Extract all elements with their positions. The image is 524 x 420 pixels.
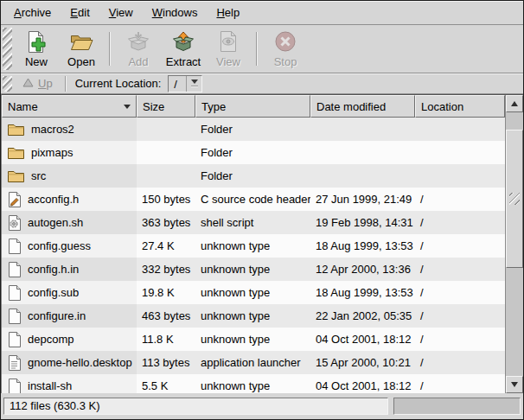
file-location: / [415,216,505,229]
file-count-text: 112 files (630.3 K) [10,399,100,412]
table-row[interactable]: config.h.in 332 bytes unknown type 12 Ap… [2,258,505,281]
table-row[interactable]: gnome-hello.desktop 113 bytes applicatio… [2,351,505,374]
file-type: Folder [195,169,310,182]
column-header-location[interactable]: Location [415,95,505,118]
script-icon [7,214,22,232]
file-date-modified: 15 Apr 2000, 10:21 [310,356,415,369]
file-type: unknown type [195,379,310,392]
new-button[interactable]: New [14,25,59,73]
open-archive-icon [69,29,93,54]
arrow-down-icon [511,382,518,387]
file-type: Folder [195,123,310,136]
file-name: gnome-hello.desktop [28,356,132,369]
folder-icon [7,169,25,183]
status-bar: 112 files (630.3 K) [1,393,523,419]
scroll-up-button[interactable] [506,95,523,112]
file-location: / [415,193,505,206]
menubar: Archive Edit View Windows Help [1,1,523,25]
header-icon [7,191,22,208]
file-table: Name Size Type Date modified Location ma… [1,94,523,393]
file-icon [7,261,22,278]
table-row[interactable]: autogen.sh 363 bytes shell script 19 Feb… [2,211,505,234]
file-icon [7,284,22,302]
view-button-label: View [216,55,240,68]
file-icon [7,308,22,325]
scroll-down-button[interactable] [506,376,523,393]
file-name: src [31,169,46,182]
open-button-label: Open [67,55,95,68]
file-date-modified: 27 Jun 1999, 21:49 [310,193,415,206]
column-header-date-modified[interactable]: Date modified [310,95,415,118]
extract-button-label: Extract [166,55,201,68]
status-message: 112 files (630.3 K) [3,398,388,415]
vertical-scrollbar[interactable] [505,95,523,393]
file-name: install-sh [28,379,72,392]
stop-button-label: Stop [274,55,297,68]
new-button-label: New [25,55,48,68]
table-row[interactable]: acconfig.h 150 bytes C source code heade… [2,188,505,211]
menu-help[interactable]: Help [207,3,249,22]
file-size: 11.8 K [137,333,195,346]
add-button: Add [116,25,161,73]
file-name: config.guess [28,239,91,252]
menu-archive[interactable]: Archive [4,3,61,22]
scrollbar-trough[interactable] [506,112,523,376]
scrollbar-thumb[interactable] [506,130,523,268]
file-size: 463 bytes [137,309,195,322]
file-type: Folder [195,146,310,159]
table-row[interactable]: config.guess 27.4 K unknown type 18 Aug … [2,234,505,258]
file-date-modified: 04 Oct 2001, 18:12 [310,333,415,346]
file-name: pixmaps [31,146,73,159]
file-type: C source code header [195,193,310,206]
up-arrow-icon [22,77,34,90]
extract-button[interactable]: Extract [161,25,206,73]
launcher-icon [7,354,22,372]
file-size: 5.5 K [137,379,195,392]
column-header-name[interactable]: Name [2,95,137,118]
file-type: unknown type [195,309,310,322]
file-location: / [415,263,505,276]
table-row[interactable]: pixmaps Folder [2,141,505,164]
table-row[interactable]: macros2 Folder [2,118,505,141]
toolbar-separator [109,32,111,66]
menu-view[interactable]: View [99,3,143,22]
table-row[interactable]: configure.in 463 bytes unknown type 22 J… [2,304,505,328]
location-bar-separator [65,76,67,92]
location-bar: Up Current Location: / [1,73,523,94]
file-name: autogen.sh [28,216,83,229]
open-button[interactable]: Open [59,25,104,73]
table-row[interactable]: src Folder [2,164,505,188]
location-combo[interactable]: / [168,75,202,92]
location-combo-dropdown[interactable] [186,76,201,92]
location-bar-drag-handle[interactable] [3,76,12,92]
current-location-label: Current Location: [75,77,162,90]
up-button: Up [16,75,60,92]
column-header-size[interactable]: Size [137,95,195,118]
file-name: configure.in [28,309,86,322]
file-type: unknown type [195,263,310,276]
table-row[interactable]: depcomp 11.8 K unknown type 04 Oct 2001,… [2,328,505,351]
file-size: 19.8 K [137,286,195,299]
table-row[interactable]: install-sh 5.5 K unknown type 04 Oct 200… [2,374,505,393]
file-location: / [415,356,505,369]
file-location: / [415,379,505,392]
table-row[interactable]: config.sub 19.8 K unknown type 18 Aug 19… [2,281,505,304]
file-name: config.sub [28,286,79,299]
file-name: acconfig.h [28,193,79,206]
file-size: 363 bytes [137,216,195,229]
menu-edit[interactable]: Edit [61,3,99,22]
new-archive-icon [26,29,47,54]
location-combo-value: / [169,76,186,92]
menu-windows[interactable]: Windows [143,3,208,22]
file-date-modified: 04 Oct 2001, 18:12 [310,379,415,392]
toolbar-drag-handle[interactable] [3,28,12,70]
add-button-label: Add [128,55,148,68]
archive-manager-window: Archive Edit View Windows Help New [0,0,524,420]
progress-area [393,398,521,415]
column-header-type[interactable]: Type [195,95,310,118]
file-location: / [415,239,505,252]
chevron-down-icon [191,80,198,84]
file-date-modified: 12 Apr 2000, 13:36 [310,263,415,276]
file-date-modified: 19 Feb 1998, 14:31 [310,216,415,229]
file-location: / [415,309,505,322]
